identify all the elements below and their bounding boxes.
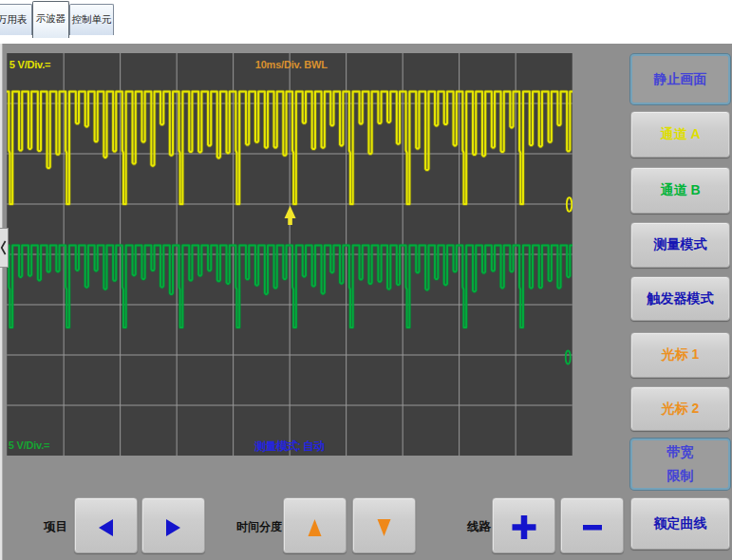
svg-text:5 V/Div.=: 5 V/Div.= xyxy=(9,439,50,451)
svg-text:5 V/Div.=: 5 V/Div.= xyxy=(9,59,51,70)
svg-text:测量模式: 自动: 测量模式: 自动 xyxy=(253,439,325,453)
svg-text:10ms/Div. BWL: 10ms/Div. BWL xyxy=(255,59,328,70)
